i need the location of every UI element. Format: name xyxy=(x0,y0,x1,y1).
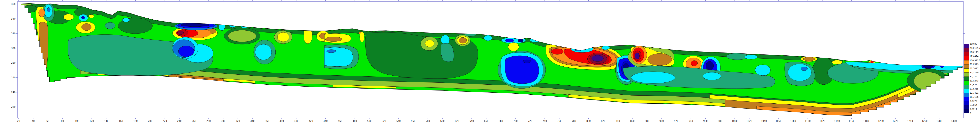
legend-color-box xyxy=(964,89,969,93)
x-tick-label: 860 xyxy=(630,120,635,122)
x-tick-label: 980 xyxy=(718,120,722,122)
x-tick-label: 300 xyxy=(221,120,225,122)
legend-color-box xyxy=(964,101,969,105)
legend-value-label: 47,7789 xyxy=(970,71,978,74)
x-tick-label: 420 xyxy=(309,120,313,122)
x-tick-label: 20 xyxy=(17,120,20,122)
x-tick-label: 400 xyxy=(294,120,299,122)
y-tick-label: 260 xyxy=(11,76,16,79)
legend-value-label: 309,85 xyxy=(970,43,977,45)
x-tick-label: 680 xyxy=(499,120,503,122)
legend-value-label: 129,474 xyxy=(970,55,978,58)
x-tick-label: 900 xyxy=(660,120,664,122)
x-tick-label: 80 xyxy=(61,120,64,122)
x-tick-label: 1140 xyxy=(834,120,840,122)
legend-color-box xyxy=(964,81,969,85)
legend-value-label: 10,7106 xyxy=(970,96,978,98)
section-fill-layers xyxy=(15,3,963,115)
legend-value-label: 78,6519 xyxy=(970,63,978,66)
x-tick-label: 840 xyxy=(616,120,620,122)
x-tick-label: 480 xyxy=(353,120,357,122)
y-tick-label: 360 xyxy=(11,3,16,5)
x-tick-label: 340 xyxy=(250,120,255,122)
x-tick-label: 260 xyxy=(192,120,196,122)
legend-value-label: 37,2391 xyxy=(970,76,978,78)
x-tick-label: 40 xyxy=(32,120,35,122)
x-tick-label: 1280 xyxy=(936,120,942,122)
x-tick-label: 1080 xyxy=(790,120,796,122)
legend-value-label: 100,9127 xyxy=(970,59,980,62)
legend-color-box xyxy=(964,69,969,73)
legend-value-label: 61,3017 xyxy=(970,67,978,70)
color-scale-legend: 309,85213,1356166,119129,474100,912778,6… xyxy=(964,40,980,115)
y-tick-label: 280 xyxy=(11,62,16,64)
x-tick-label: 540 xyxy=(396,120,401,122)
y-tick-label: 320 xyxy=(11,32,16,35)
x-tick-label: 600 xyxy=(440,120,444,122)
x-tick-label: 1180 xyxy=(863,120,869,122)
legend-value-label: 5,0711 xyxy=(970,108,977,110)
legend-color-box xyxy=(964,93,969,97)
resistivity-section-figure: 2040608010012014016018020022024026028030… xyxy=(0,0,980,123)
x-tick-label: 940 xyxy=(689,120,693,122)
x-tick-label: 1120 xyxy=(819,120,825,122)
x-tick-label: 200 xyxy=(148,120,152,122)
legend-color-box xyxy=(964,52,969,56)
legend-color-box xyxy=(964,44,969,48)
legend-value-label: 29,0243 xyxy=(970,79,978,82)
x-tick-label: 740 xyxy=(542,120,547,122)
legend-color-box xyxy=(964,77,969,81)
legend-color-box xyxy=(964,56,969,60)
x-tick-label: 1200 xyxy=(878,120,884,122)
x-tick-label: 1220 xyxy=(892,120,898,122)
x-tick-label: 1060 xyxy=(776,120,781,122)
x-tick-label: 1160 xyxy=(849,120,854,122)
x-tick-label: 360 xyxy=(265,120,269,122)
x-tick-label: 760 xyxy=(557,120,562,122)
x-tick-label: 1240 xyxy=(907,120,913,122)
x-tick-label: 1000 xyxy=(732,120,738,122)
x-tick-label: 140 xyxy=(104,120,108,122)
x-tick-label: 520 xyxy=(382,120,386,122)
legend-value-label: 22,6217 xyxy=(970,84,978,86)
legend-color-box xyxy=(964,65,969,69)
legend-color-box xyxy=(964,73,969,77)
x-tick-label: 700 xyxy=(513,120,518,122)
legend-value-label: 6,5064 xyxy=(970,104,977,106)
legend-color-box xyxy=(964,105,969,109)
x-tick-label: 880 xyxy=(645,120,649,122)
x-tick-label: 440 xyxy=(323,120,328,122)
legend-color-box xyxy=(964,97,969,101)
x-tick-label: 160 xyxy=(119,120,123,122)
x-tick-label: 100 xyxy=(75,120,79,122)
x-tick-label: 1040 xyxy=(761,120,767,122)
legend-value-label: 13,7421 xyxy=(970,91,978,94)
x-tick-label: 920 xyxy=(674,120,678,122)
x-tick-label: 660 xyxy=(484,120,488,122)
x-tick-label: 640 xyxy=(469,120,474,122)
x-tick-label: 380 xyxy=(280,120,284,122)
x-tick-label: 180 xyxy=(133,120,138,122)
y-tick-label: 220 xyxy=(11,106,16,108)
legend-value-label: 166,119 xyxy=(970,51,978,54)
x-tick-label: 960 xyxy=(703,120,708,122)
x-tick-label: 780 xyxy=(572,120,576,122)
x-tick-label: 820 xyxy=(601,120,605,122)
x-tick-label: 60 xyxy=(46,120,49,122)
contour-section-body xyxy=(15,3,963,115)
legend-value-label: 0 xyxy=(970,112,971,115)
contour-plot-canvas: 2040608010012014016018020022024026028030… xyxy=(0,0,980,123)
y-tick-label: 340 xyxy=(11,17,16,20)
x-tick-label: 1100 xyxy=(805,120,810,122)
x-tick-label: 240 xyxy=(177,120,181,122)
x-tick-label: 460 xyxy=(338,120,342,122)
legend-color-box xyxy=(964,40,969,44)
x-tick-label: 1020 xyxy=(746,120,752,122)
legend-color-box xyxy=(964,60,969,65)
x-tick-label: 620 xyxy=(455,120,459,122)
legend-value-label: 17,6315 xyxy=(970,88,978,90)
x-tick-label: 720 xyxy=(528,120,532,122)
x-tick-label: 580 xyxy=(426,120,430,122)
legend-color-box xyxy=(964,48,969,52)
y-tick-label: 240 xyxy=(11,91,16,94)
